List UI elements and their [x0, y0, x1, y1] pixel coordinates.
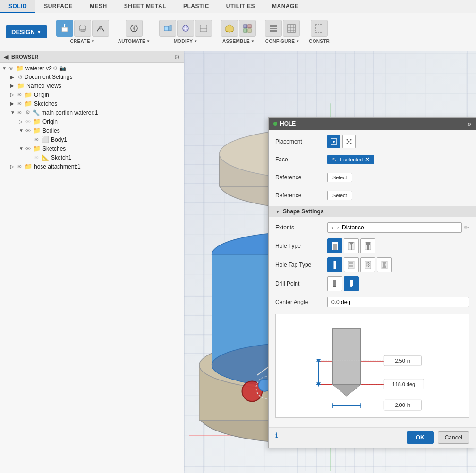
tree-eye-waterer[interactable]: 👁 [8, 66, 16, 71]
tree-eye-origin1[interactable]: 👁 [17, 92, 25, 98]
tap-type-3[interactable] [360, 257, 375, 272]
tab-mesh[interactable]: MESH [81, 0, 116, 13]
shape-settings-header[interactable]: ▼ Shape Settings [269, 206, 476, 217]
drill-point-flat[interactable] [327, 276, 342, 291]
tree-gear-main-portion[interactable]: ⚙ [26, 110, 30, 116]
tree-folder-waterer: 📁 [16, 65, 24, 72]
center-angle-control [327, 297, 469, 307]
placement-icon-multi[interactable] [342, 135, 356, 148]
tree-item-waterer[interactable]: ▼ 👁 📁 waterer v2 ⚙ 📷 [0, 64, 184, 73]
reference2-select-button[interactable]: Select [327, 191, 352, 200]
tap-type-2[interactable] [344, 257, 359, 272]
constr-group: CONSTR [305, 13, 333, 51]
design-button[interactable]: DESIGN ▼ [6, 25, 47, 38]
hole-type-simple[interactable] [327, 238, 342, 253]
hole-type-countersink[interactable] [344, 238, 359, 253]
svg-rect-58 [333, 242, 337, 244]
tree-icon-sketch1: 📐 [42, 154, 49, 161]
reference2-control: Select [327, 191, 469, 200]
modify-icon3[interactable] [195, 20, 212, 37]
tab-solid[interactable]: SOLID [0, 0, 35, 13]
center-angle-row: Center Angle [275, 295, 469, 309]
browser-collapse-arrow[interactable]: ◀ [4, 53, 8, 60]
face-clear-button[interactable]: ✕ [365, 156, 370, 163]
svg-point-5 [99, 26, 102, 29]
tree-eye-hose[interactable]: 👁 [17, 164, 25, 169]
drill-point-row: Drill Point [275, 276, 469, 291]
tree-item-sketches2[interactable]: ▼ 👁 📁 Sketches [0, 144, 184, 153]
configure-icon1[interactable] [265, 20, 282, 37]
tree-item-origin2[interactable]: ▷ 👁 📁 Origin [0, 117, 184, 126]
create-icons-row [56, 20, 109, 37]
svg-rect-74 [365, 261, 371, 269]
tree-gear-waterer[interactable]: ⚙ [53, 65, 58, 71]
info-icon[interactable]: ℹ [275, 431, 278, 444]
hole-type-counterbore[interactable] [360, 238, 375, 253]
tap-type-1[interactable] [327, 257, 342, 272]
cancel-button[interactable]: Cancel [438, 431, 469, 444]
face-row: Face ↖ 1 selected ✕ [275, 152, 469, 167]
tree-item-doc-settings[interactable]: ▶ ⚙ Document Settings [0, 73, 184, 81]
assemble-icon2[interactable] [239, 20, 256, 37]
tree-eye-body1[interactable]: 👁 [34, 137, 42, 143]
tree-item-body1[interactable]: 👁 ⬜ Body1 [0, 135, 184, 144]
tree-label-body1: Body1 [51, 136, 67, 143]
assemble-icon1[interactable] [221, 20, 238, 37]
tree-eye-bodies[interactable]: 👁 [26, 128, 33, 134]
create-extrude-icon[interactable] [56, 20, 73, 37]
drill-point-angle[interactable] [344, 276, 359, 291]
tree-item-bodies[interactable]: ▼ 👁 📁 Bodies [0, 126, 184, 135]
create-label[interactable]: CREATE ▼ [70, 39, 95, 44]
tab-plastic[interactable]: PLASTIC [175, 0, 218, 13]
tap-type-4[interactable] [377, 257, 392, 272]
reference1-select-button[interactable]: Select [327, 173, 352, 182]
tab-surface[interactable]: SURFACE [35, 0, 81, 13]
tree-item-sketches1[interactable]: ▶ 👁 📁 Sketches [0, 99, 184, 108]
dialog-expand-icon[interactable]: » [468, 120, 471, 127]
tab-manage[interactable]: MANAGE [264, 0, 307, 13]
extents-input[interactable]: ⟷ Distance [327, 222, 462, 233]
modify-label[interactable]: MODIFY ▼ [174, 39, 198, 44]
svg-marker-2 [63, 24, 66, 25]
tree-item-named-views[interactable]: ▶ 📁 Named Views [0, 81, 184, 90]
dialog-footer: ℹ OK Cancel [269, 427, 476, 448]
tree-eye-origin2[interactable]: 👁 [26, 119, 33, 125]
automate-label[interactable]: AUTOMATE ▼ [118, 39, 150, 44]
browser-pin-icon[interactable]: ⊝ [174, 53, 180, 60]
tree-item-sketch1[interactable]: 👁 📐 Sketch1 [0, 153, 184, 162]
configure-group: CONFIGURE ▼ [261, 13, 304, 51]
hole-tap-type-buttons [327, 257, 392, 272]
constr-icon1[interactable] [311, 20, 328, 37]
modify-icon1[interactable] [159, 20, 176, 37]
assemble-label[interactable]: ASSEMBLE ▼ [222, 39, 255, 44]
svg-rect-7 [164, 26, 169, 31]
tree-item-origin1[interactable]: ▷ 👁 📁 Origin [0, 90, 184, 99]
dialog-body: Placement [269, 130, 476, 427]
placement-icon-single[interactable] [327, 135, 340, 148]
tab-sheet-metal[interactable]: SHEET METAL [116, 0, 175, 13]
tree-item-hose-attachment[interactable]: ▷ 👁 📁 hose attachment:1 [0, 162, 184, 171]
create-sweep-icon[interactable] [92, 20, 109, 37]
tree-arrow-named-views: ▶ [10, 83, 17, 88]
constr-label[interactable]: CONSTR [309, 39, 330, 44]
create-revolve-icon[interactable] [74, 20, 91, 37]
tree-item-main-portion[interactable]: ▼ 👁 ⚙ 🔧 main portion waterer:1 [0, 108, 184, 117]
configure-label[interactable]: CONFIGURE ▼ [265, 39, 300, 44]
center-angle-input[interactable] [327, 297, 469, 307]
svg-marker-83 [332, 385, 360, 397]
tree-eye-main-portion[interactable]: 👁 [17, 110, 25, 116]
configure-icon2[interactable] [283, 20, 300, 37]
tree-gear-doc[interactable]: ⚙ [18, 74, 23, 80]
modify-icon2[interactable] [177, 20, 194, 37]
tab-utilities[interactable]: UTILITIES [218, 0, 264, 13]
ok-button[interactable]: OK [407, 431, 434, 444]
automate-icon[interactable] [126, 20, 143, 37]
tree-folder-bodies: 📁 [33, 127, 41, 134]
tree-eye-sketches1[interactable]: 👁 [17, 101, 25, 107]
viewport[interactable]: HOLE » Placement [184, 51, 476, 473]
tree-eye-sketches2[interactable]: 👁 [26, 146, 33, 152]
svg-rect-62 [351, 245, 352, 250]
tree-eye-sketch1[interactable]: 👁 [34, 155, 42, 160]
pencil-icon[interactable]: ✏ [464, 224, 469, 231]
tree-camera-waterer[interactable]: 📷 [60, 65, 66, 71]
